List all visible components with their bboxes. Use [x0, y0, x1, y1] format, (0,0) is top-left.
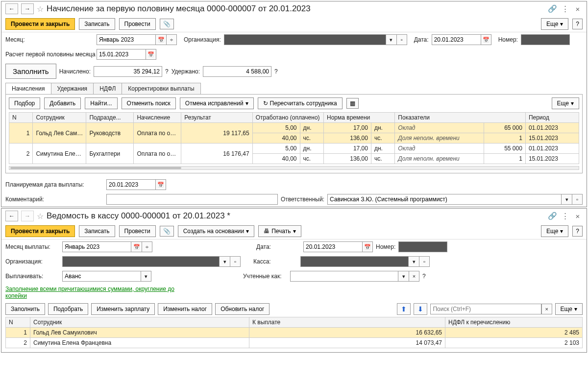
horizontal-scrollbar[interactable] [9, 166, 579, 170]
menu-icon[interactable]: ⋮ [560, 4, 570, 14]
date-input[interactable] [432, 34, 481, 45]
calendar-icon[interactable]: 📅 [362, 241, 373, 252]
search-input[interactable] [430, 304, 541, 314]
table-row[interactable]: 1 Гольд Лев Самуилович 16 632,65 2 485 [6, 328, 583, 338]
window-title: Ведомость в кассу 0000-000001 от 20.01.2… [47, 211, 230, 221]
clear-icon[interactable]: × [409, 271, 419, 282]
number-input[interactable] [398, 241, 447, 252]
find-button[interactable]: Найти... [85, 97, 117, 109]
plan-date-input[interactable] [106, 179, 155, 190]
post-button[interactable]: Провести [119, 18, 156, 30]
close-icon[interactable]: × [573, 211, 583, 221]
date-input[interactable] [303, 241, 362, 252]
fill-button[interactable]: Заполнить [5, 303, 45, 315]
tab-accruals[interactable]: Начисления [5, 83, 51, 94]
responsible-input[interactable] [327, 194, 561, 205]
hint-icon[interactable]: ? [422, 273, 426, 280]
dropdown-icon[interactable]: ▾ [408, 256, 419, 267]
kassa-input[interactable] [300, 256, 408, 267]
attachment-button[interactable]: 📎 [160, 226, 174, 237]
more-button[interactable]: Еще ▾ [541, 225, 568, 237]
calendar-icon[interactable]: 📅 [131, 241, 142, 252]
stepper-icon[interactable]: ÷ [142, 241, 152, 252]
dropdown-icon[interactable]: ▾ [398, 271, 409, 282]
pay-input[interactable] [62, 271, 141, 282]
cancel-fix-button[interactable]: Отмена исправлений ▾ [180, 97, 254, 109]
write-button[interactable]: Записать [79, 18, 115, 30]
help-button[interactable]: ? [572, 226, 583, 237]
menu-icon[interactable]: ⋮ [560, 211, 570, 221]
month-input[interactable] [62, 241, 131, 252]
dropdown-icon[interactable]: ▾ [561, 194, 572, 205]
kassa-label: Касса: [253, 258, 297, 265]
link-icon[interactable]: 🔗 [547, 211, 557, 221]
nav-back[interactable]: ← [5, 3, 18, 14]
create-based-button[interactable]: Создать на основании ▾ [178, 225, 255, 237]
open-icon[interactable]: ▫ [230, 256, 241, 267]
calendar-icon[interactable]: 📅 [146, 49, 156, 60]
table-row[interactable]: 2 Симутина Елена ... Бухгалтери Оплата п… [9, 144, 579, 154]
open-icon[interactable]: ▫ [572, 194, 583, 205]
fill-button[interactable]: Заполнить [5, 64, 56, 79]
more-button[interactable]: Еще ▾ [541, 18, 568, 30]
edit-salary-button[interactable]: Изменить зарплату [91, 303, 155, 315]
attachment-button[interactable]: 📎 [160, 19, 174, 29]
move-up-button[interactable]: ⬆ [397, 303, 411, 315]
select-button[interactable]: Подобрать [48, 303, 88, 315]
update-tax-button[interactable]: Обновить налог [215, 303, 270, 315]
month-input[interactable] [97, 34, 155, 45]
open-icon[interactable]: ▫ [419, 256, 430, 267]
table-row[interactable]: 2 Симутина Елена Францевна 14 073,47 2 1… [6, 338, 583, 348]
star-icon[interactable]: ☆ [37, 212, 44, 221]
help-button[interactable]: ? [572, 19, 583, 29]
open-icon[interactable]: ▫ [396, 34, 407, 45]
more-button[interactable]: Еще ▾ [555, 303, 583, 315]
post-and-close-button[interactable]: Провести и закрыть [5, 18, 75, 30]
post-and-close-button[interactable]: Провести и закрыть [5, 225, 75, 237]
calendar-icon[interactable]: 📅 [155, 179, 166, 190]
more-button[interactable]: Еще ▾ [552, 97, 579, 109]
clear-search-icon[interactable]: × [541, 304, 552, 314]
link-icon[interactable]: 🔗 [547, 4, 557, 14]
table-row[interactable]: 1 Гольд Лев Самуилови Руководств Оплата … [9, 123, 579, 133]
accrued-value [94, 66, 162, 77]
grid-settings-button[interactable]: ▦ [346, 98, 359, 109]
hint-icon[interactable]: ? [165, 68, 169, 75]
hint-icon[interactable]: ? [274, 68, 278, 75]
dropdown-icon[interactable]: ▾ [386, 34, 396, 45]
payment-table[interactable]: N Сотрудник К выплате НДФЛ к перечислени… [5, 317, 583, 348]
tab-corrections[interactable]: Корректировки выплаты [122, 83, 200, 94]
org-input[interactable] [62, 256, 219, 267]
cancel-search-button[interactable]: Отменить поиск [122, 97, 176, 109]
recalc-button[interactable]: ↻ Пересчитать сотрудника [258, 97, 343, 109]
dropdown-icon[interactable]: ▾ [219, 256, 230, 267]
plan-date-label: Планируемая дата выплаты: [5, 181, 103, 188]
accruals-table[interactable]: N Сотрудник Подразде... Начисление Резул… [9, 112, 579, 164]
dropdown-icon[interactable]: ▾ [141, 271, 151, 282]
add-button[interactable]: Добавить [44, 97, 81, 109]
titlebar: ← → ☆ Начисление за первую половину меся… [1, 1, 587, 16]
print-button[interactable]: 🖶 Печать ▾ [258, 225, 301, 237]
star-icon[interactable]: ☆ [37, 4, 44, 14]
fill-rules-link[interactable]: Заполнение всеми причитающимися суммами,… [5, 286, 192, 299]
close-icon[interactable]: × [573, 4, 583, 14]
calc-to-input[interactable] [97, 49, 146, 60]
calendar-icon[interactable]: 📅 [155, 34, 166, 45]
nav-fwd[interactable]: → [21, 3, 34, 14]
tab-withholdings[interactable]: Удержания [51, 83, 94, 94]
tab-ndfl[interactable]: НДФЛ [93, 83, 122, 94]
org-input[interactable] [224, 34, 386, 45]
accounted-input[interactable] [290, 271, 398, 282]
write-button[interactable]: Записать [79, 225, 115, 237]
edit-tax-button[interactable]: Изменить налог [158, 303, 212, 315]
nav-fwd[interactable]: → [21, 211, 34, 221]
calendar-icon[interactable]: 📅 [481, 34, 491, 45]
number-input[interactable] [521, 34, 570, 45]
select-button[interactable]: Подбор [9, 97, 40, 109]
comment-input[interactable] [106, 194, 278, 205]
post-button[interactable]: Провести [119, 225, 156, 237]
accrued-label: Начислено: [59, 68, 91, 75]
stepper-icon[interactable]: ÷ [166, 34, 177, 45]
nav-back[interactable]: ← [5, 211, 18, 221]
move-down-button[interactable]: ⬇ [414, 303, 427, 315]
